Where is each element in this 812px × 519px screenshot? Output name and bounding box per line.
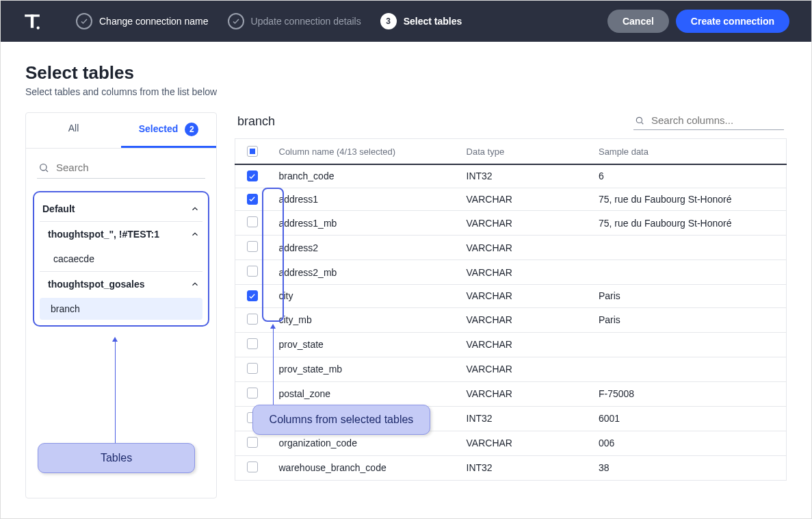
column-checkbox[interactable] (247, 314, 258, 325)
cell-sample (589, 357, 787, 381)
tree-label: thoughtspot_gosales (48, 279, 145, 290)
check-icon (76, 13, 92, 29)
column-checkbox[interactable] (247, 363, 258, 374)
cell-name: branch_code (270, 164, 457, 188)
cell-sample: 6001 (589, 406, 787, 431)
col-header-type[interactable]: Data type (457, 139, 589, 165)
tree-label: branch (51, 303, 80, 314)
table-row: address2VARCHAR (235, 236, 787, 260)
chevron-up-icon (190, 229, 200, 239)
table-row: prov_stateVARCHAR (235, 332, 787, 357)
cancel-button[interactable]: Cancel (607, 10, 669, 33)
cell-type: VARCHAR (457, 260, 589, 285)
tab-all[interactable]: All (26, 113, 121, 148)
column-checkbox[interactable] (247, 266, 258, 277)
create-connection-button[interactable]: Create connection (676, 10, 789, 33)
tab-selected[interactable]: Selected 2 (121, 113, 216, 148)
column-checkbox[interactable] (247, 437, 258, 448)
cell-type: VARCHAR (457, 381, 589, 406)
column-checkbox[interactable] (247, 241, 258, 252)
step-select-tables[interactable]: 3 Select tables (380, 13, 462, 29)
column-search-input[interactable] (650, 114, 783, 127)
search-icon (38, 162, 49, 173)
table-row: branch_codeINT326 (235, 164, 787, 188)
table-row: cityVARCHARParis (235, 285, 787, 308)
cell-name: city (270, 285, 457, 308)
chevron-up-icon (190, 279, 200, 289)
table-row: address2_mbVARCHAR (235, 260, 787, 285)
column-checkbox[interactable] (247, 290, 258, 301)
cell-sample: Paris (589, 285, 787, 308)
cell-name: postal_zone (270, 381, 457, 406)
column-checkbox[interactable] (247, 388, 258, 398)
chevron-up-icon (190, 204, 200, 214)
cell-type: VARCHAR (457, 285, 589, 308)
wizard-steps: Change connection name Update connection… (76, 13, 601, 29)
table-row: address1_mbVARCHAR75, rue du Faubourg St… (235, 211, 787, 236)
tree-group-gosales[interactable]: thoughtspot_gosales (34, 272, 208, 296)
cell-type: VARCHAR (457, 307, 589, 332)
search-icon (635, 115, 644, 126)
tree-root-default[interactable]: Default (34, 197, 208, 221)
cell-name: city_mb (270, 307, 457, 332)
select-all-checkbox[interactable] (247, 146, 258, 157)
tree-label: cacaecde (53, 253, 94, 264)
cell-type: VARCHAR (457, 357, 589, 381)
step-update-details[interactable]: Update connection details (228, 13, 361, 29)
cell-sample: 75, rue du Faubourg St-Honoré (589, 188, 787, 211)
app-logo (23, 12, 42, 31)
cell-sample: 006 (589, 431, 787, 455)
page-subtitle: Select tables and columns from the list … (25, 86, 787, 97)
tab-selected-label: Selected (139, 123, 179, 134)
check-icon (228, 13, 244, 29)
svg-point-5 (636, 117, 642, 123)
cell-name: address2 (270, 236, 457, 260)
cell-name: warehouse_branch_code (270, 455, 457, 480)
cell-name: address1_mb (270, 211, 457, 236)
cell-type: INT32 (457, 406, 589, 431)
page-title: Select tables (25, 62, 787, 84)
column-checkbox[interactable] (247, 194, 258, 205)
table-search-input[interactable] (55, 161, 204, 174)
cell-name: prov_state (270, 332, 457, 357)
tables-panel: All Selected 2 Default (25, 112, 217, 498)
svg-point-2 (37, 27, 40, 29)
tree-group-test[interactable]: thoughtspot_", !#TEST:1 (34, 222, 208, 246)
svg-point-3 (40, 164, 47, 170)
table-search[interactable] (37, 158, 205, 179)
step-label: Update connection details (251, 16, 361, 27)
step-label: Change connection name (99, 16, 209, 27)
step-change-name[interactable]: Change connection name (76, 13, 209, 29)
column-checkbox[interactable] (247, 170, 258, 181)
table-row: warehouse_branch_codeINT3238 (235, 455, 787, 480)
tree-label: thoughtspot_", !#TEST:1 (48, 229, 159, 240)
cell-type: INT32 (457, 455, 589, 480)
cell-sample (589, 260, 787, 285)
cell-type: VARCHAR (457, 211, 589, 236)
column-checkbox[interactable] (247, 338, 258, 349)
annotation-arrow (115, 338, 116, 443)
column-search[interactable] (633, 112, 784, 130)
cell-type: VARCHAR (457, 188, 589, 211)
step-number: 3 (380, 13, 397, 29)
column-checkbox[interactable] (247, 461, 258, 472)
tree-label: Default (42, 203, 75, 214)
svg-rect-1 (31, 14, 34, 28)
col-header-sample[interactable]: Sample data (589, 139, 787, 165)
cell-sample (589, 236, 787, 260)
cell-type: VARCHAR (457, 431, 589, 455)
tree-table-branch[interactable]: branch (40, 298, 202, 320)
table-row: address1VARCHAR75, rue du Faubourg St-Ho… (235, 188, 787, 211)
cell-sample: 75, rue du Faubourg St-Honoré (589, 211, 787, 236)
columns-table-title: branch (237, 114, 275, 129)
tree-table-cacaecde[interactable]: cacaecde (34, 246, 208, 271)
top-bar: Change connection name Update connection… (1, 1, 811, 42)
svg-line-4 (46, 170, 48, 172)
cell-type: VARCHAR (457, 236, 589, 260)
column-checkbox[interactable] (247, 216, 258, 227)
table-row: city_mbVARCHARParis (235, 307, 787, 332)
col-header-name[interactable]: Column name (4/13 selected) (270, 139, 457, 165)
svg-line-6 (642, 122, 644, 124)
cell-sample: F-75008 (589, 381, 787, 406)
table-row: postal_zoneVARCHARF-75008 (235, 381, 787, 406)
